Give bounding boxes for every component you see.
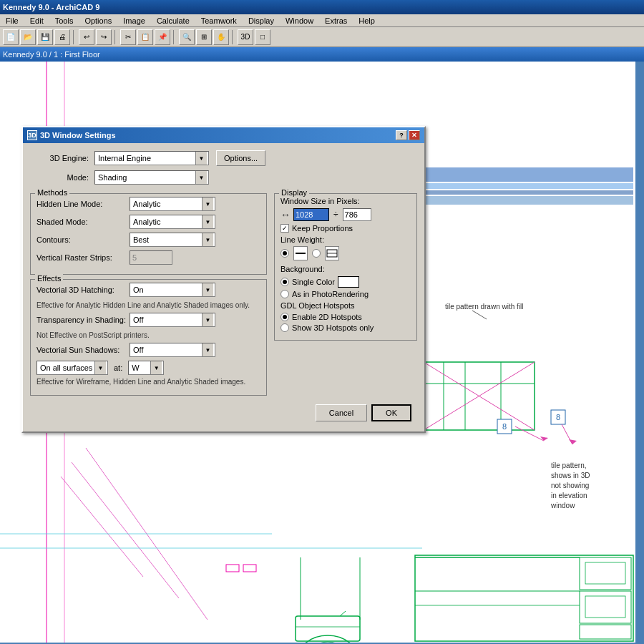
engine-select-arrow[interactable]: ▼ bbox=[195, 152, 207, 165]
menu-options[interactable]: Options bbox=[82, 16, 114, 25]
menu-teamwork[interactable]: Teamwork bbox=[198, 16, 240, 25]
vectorial-hatching-select[interactable]: On ▼ bbox=[130, 283, 215, 297]
single-color-label: Single Color bbox=[292, 278, 335, 286]
toolbar-btn-redo[interactable]: ↪ bbox=[96, 29, 112, 45]
toolbar-btn-print[interactable]: 🖨 bbox=[54, 29, 70, 45]
svg-line-19 bbox=[472, 311, 487, 319]
photo-rendering-radio[interactable] bbox=[280, 290, 289, 298]
sun-shadows-label: Vectorial Sun Shadows: bbox=[36, 346, 130, 354]
svg-rect-3 bbox=[422, 196, 633, 205]
toolbar-btn-floor[interactable]: □ bbox=[255, 29, 270, 45]
svg-rect-25 bbox=[585, 596, 625, 618]
menu-display[interactable]: Display bbox=[245, 16, 277, 25]
toolbar-btn-new[interactable]: 📄 bbox=[3, 29, 19, 45]
menu-extras[interactable]: Extras bbox=[322, 16, 350, 25]
svg-rect-27 bbox=[296, 616, 360, 641]
contours-arrow[interactable]: ▼ bbox=[202, 233, 213, 246]
line-weight-icon-2[interactable] bbox=[325, 246, 339, 260]
height-value: 786 bbox=[345, 210, 358, 219]
toolbar-btn-open[interactable]: 📂 bbox=[20, 29, 36, 45]
vertical-raster-row: Vertical Raster Strips: 5 bbox=[36, 250, 260, 265]
color-swatch[interactable] bbox=[338, 276, 359, 288]
menu-calculate[interactable]: Calculate bbox=[154, 16, 192, 25]
sun-shadows-select[interactable]: Off ▼ bbox=[130, 343, 215, 357]
engine-label: 3D Engine: bbox=[30, 154, 94, 162]
mode-select-value: Shading bbox=[97, 173, 195, 182]
toolbar-btn-3d[interactable]: 3D bbox=[238, 29, 253, 45]
sun-surface-arrow[interactable]: ▼ bbox=[94, 361, 106, 374]
line-weight-icon-1[interactable] bbox=[293, 246, 308, 260]
shaded-mode-select[interactable]: Analytic ▼ bbox=[130, 215, 215, 229]
toolbar-btn-zoom2[interactable]: ⊞ bbox=[196, 29, 212, 45]
close-button[interactable]: ✕ bbox=[409, 130, 420, 140]
menu-window[interactable]: Window bbox=[283, 16, 316, 25]
sun-surface-value: On all surfaces bbox=[39, 364, 94, 372]
shaded-mode-label: Shaded Mode: bbox=[36, 218, 130, 226]
contours-select[interactable]: Best ▼ bbox=[130, 233, 215, 247]
vectorial-hatching-label: Vectorial 3D Hatching: bbox=[36, 286, 130, 294]
dialog-icon-text: 3D bbox=[28, 132, 36, 139]
toolbar-btn-paste[interactable]: 📌 bbox=[155, 29, 170, 45]
sun-at-arrow[interactable]: ▼ bbox=[150, 361, 162, 374]
gdl-section-label: GDL Object Hotspots bbox=[280, 301, 411, 310]
svg-point-29 bbox=[306, 642, 349, 643]
transparency-arrow[interactable]: ▼ bbox=[202, 313, 213, 326]
menu-edit[interactable]: Edit bbox=[27, 16, 47, 25]
help-button[interactable]: ? bbox=[396, 130, 407, 140]
single-color-radio[interactable] bbox=[280, 278, 289, 286]
window-size-row: ↔ 1028 ÷ 786 bbox=[280, 208, 411, 221]
toolbar-btn-undo[interactable]: ↩ bbox=[79, 29, 94, 45]
toolbar-btn-save[interactable]: 💾 bbox=[37, 29, 53, 45]
shaded-mode-arrow[interactable]: ▼ bbox=[202, 215, 213, 228]
resize-icon: ↔ bbox=[280, 209, 291, 220]
options-button[interactable]: Options... bbox=[216, 150, 265, 166]
line-weight-radio-2[interactable] bbox=[312, 249, 321, 258]
dialog-body: 3D Engine: Internal Engine ▼ Options... … bbox=[23, 143, 424, 431]
cancel-button[interactable]: Cancel bbox=[316, 404, 367, 421]
vertical-raster-value: 5 bbox=[132, 253, 137, 262]
toolbar-btn-pan[interactable]: ✋ bbox=[213, 29, 229, 45]
show-3d-radio[interactable] bbox=[280, 323, 289, 332]
menu-help[interactable]: Help bbox=[356, 16, 378, 25]
engine-select[interactable]: Internal Engine ▼ bbox=[94, 151, 209, 165]
show-3d-row: Show 3D Hotspots only bbox=[280, 323, 411, 332]
right-column: Display Window Size in Pixels: ↔ 1028 ÷ … bbox=[274, 189, 417, 400]
line-weight-radio-1[interactable] bbox=[280, 249, 289, 258]
transparency-row: Transparency in Shading: Off ▼ bbox=[36, 313, 260, 327]
mode-select-arrow[interactable]: ▼ bbox=[195, 171, 207, 184]
app-titlebar: Kennedy 9.0 - ArchiCAD 9 bbox=[0, 0, 644, 14]
toolbar-btn-copy[interactable]: 📋 bbox=[137, 29, 153, 45]
vertical-raster-input: 5 bbox=[130, 250, 172, 265]
width-input[interactable]: 1028 bbox=[293, 208, 329, 221]
shaded-mode-row: Shaded Mode: Analytic ▼ bbox=[36, 215, 260, 229]
vectorial-hatching-arrow[interactable]: ▼ bbox=[202, 283, 213, 296]
sun-shadows-arrow[interactable]: ▼ bbox=[202, 343, 213, 356]
contours-label: Contours: bbox=[36, 235, 130, 244]
toolbar-btn-zoom[interactable]: 🔍 bbox=[179, 29, 195, 45]
enable-2d-radio[interactable] bbox=[280, 313, 289, 321]
size-divider: ÷ bbox=[333, 210, 338, 220]
height-input[interactable]: 786 bbox=[343, 208, 371, 221]
transparency-select[interactable]: Off ▼ bbox=[130, 313, 215, 327]
sub-titlebar: Kennedy 9.0 / 1 : First Floor bbox=[0, 47, 644, 62]
mode-label: Mode: bbox=[30, 173, 94, 182]
dialog-3d-window-settings[interactable]: 3D 3D Window Settings ? ✕ 3D Engine: Int… bbox=[21, 126, 426, 433]
mode-select[interactable]: Shading ▼ bbox=[94, 170, 209, 185]
ok-button[interactable]: OK bbox=[371, 404, 411, 421]
toolbar-sep-2 bbox=[114, 30, 117, 44]
menu-file[interactable]: File bbox=[3, 16, 21, 25]
single-color-row: Single Color bbox=[280, 276, 411, 288]
width-value: 1028 bbox=[296, 210, 313, 219]
toolbar-btn-cut[interactable]: ✂ bbox=[120, 29, 136, 45]
hidden-line-arrow[interactable]: ▼ bbox=[202, 197, 213, 210]
sun-surface-select[interactable]: On all surfaces ▼ bbox=[36, 361, 108, 375]
svg-rect-2 bbox=[422, 190, 633, 195]
hidden-line-select[interactable]: Analytic ▼ bbox=[130, 197, 215, 211]
sun-at-select[interactable]: W ▼ bbox=[128, 361, 164, 375]
keep-proportions-checkbox[interactable] bbox=[280, 224, 289, 233]
contours-value: Best bbox=[132, 235, 202, 244]
menu-tools[interactable]: Tools bbox=[52, 16, 77, 25]
menu-image[interactable]: Image bbox=[120, 16, 148, 25]
svg-rect-24 bbox=[585, 562, 625, 584]
sun-note: Effective for Wireframe, Hidden Line and… bbox=[36, 377, 260, 386]
